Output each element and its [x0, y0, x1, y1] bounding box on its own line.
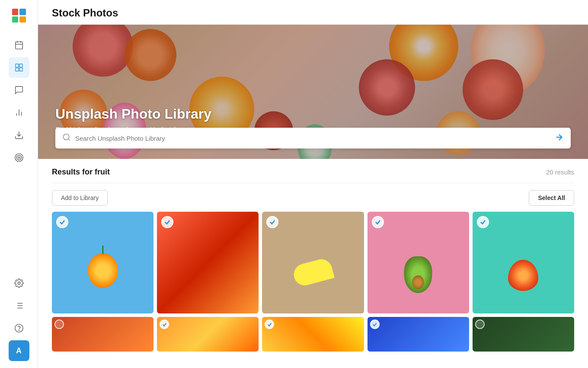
sidebar-item-downloads[interactable]	[9, 125, 29, 145]
sidebar-item-list[interactable]	[9, 295, 29, 316]
svg-point-13	[16, 155, 21, 160]
photo-checkbox[interactable]	[54, 320, 64, 329]
photo-item[interactable]	[368, 212, 469, 313]
photo-checkbox[interactable]	[265, 320, 274, 329]
user-avatar[interactable]: A	[9, 340, 29, 361]
photo-checkbox[interactable]	[475, 320, 485, 329]
search-bar[interactable]	[55, 128, 571, 148]
photo-item[interactable]	[368, 317, 469, 352]
photo-item[interactable]	[157, 317, 259, 352]
page-header: Stock Photos	[38, 0, 588, 25]
action-bar: Add to Library Select All	[52, 183, 574, 212]
svg-rect-7	[19, 68, 22, 71]
sidebar-nav	[9, 35, 29, 269]
hero-banner: Unsplash Photo Library Find high-quality…	[38, 25, 588, 159]
photo-checkbox[interactable]	[160, 320, 169, 329]
app-logo[interactable]	[10, 7, 28, 24]
sidebar: A	[0, 0, 38, 368]
sidebar-item-messages[interactable]	[9, 80, 29, 100]
photo-item[interactable]	[52, 317, 153, 352]
photo-checkbox[interactable]	[370, 320, 380, 329]
svg-rect-0	[15, 42, 22, 49]
sidebar-item-calendar[interactable]	[9, 35, 29, 55]
search-icon	[62, 133, 71, 143]
sidebar-item-settings[interactable]	[9, 273, 29, 294]
svg-point-22	[15, 324, 22, 332]
hero-title: Unsplash Photo Library	[55, 106, 211, 122]
svg-rect-6	[15, 68, 18, 71]
results-count: 20 results	[546, 168, 574, 176]
svg-point-14	[18, 157, 20, 158]
select-all-button[interactable]: Select All	[529, 190, 574, 206]
sidebar-item-targeting[interactable]	[9, 147, 29, 168]
photo-item[interactable]	[473, 212, 574, 313]
sidebar-bottom: A	[9, 273, 29, 361]
results-section: Results for fruit 20 results Add to Libr…	[38, 159, 588, 368]
search-submit-button[interactable]	[554, 132, 564, 144]
photo-item[interactable]	[52, 212, 153, 313]
svg-line-25	[68, 139, 70, 141]
photo-grid	[52, 212, 574, 313]
photo-item[interactable]	[262, 212, 364, 313]
svg-point-12	[15, 154, 22, 161]
photo-item[interactable]	[473, 317, 574, 352]
photo-checkbox[interactable]	[56, 216, 68, 228]
page-title: Stock Photos	[52, 7, 574, 19]
sidebar-item-help[interactable]	[9, 318, 29, 339]
svg-point-24	[64, 134, 69, 140]
svg-point-15	[18, 282, 20, 284]
add-to-library-button[interactable]: Add to Library	[52, 190, 108, 206]
photo-item[interactable]	[262, 317, 364, 352]
photo-checkbox[interactable]	[161, 216, 173, 228]
search-input[interactable]	[75, 135, 554, 142]
photo-item[interactable]	[157, 212, 259, 313]
photo-checkbox[interactable]	[477, 216, 489, 228]
photo-checkbox[interactable]	[372, 216, 384, 228]
sidebar-item-analytics[interactable]	[9, 102, 29, 123]
svg-rect-5	[19, 64, 22, 67]
results-query-label: Results for fruit	[52, 168, 110, 177]
main-content: Stock Photos Unsplash Photo Library	[38, 0, 588, 368]
svg-rect-4	[15, 64, 18, 67]
sidebar-item-media[interactable]	[9, 57, 29, 78]
results-header: Results for fruit 20 results	[52, 159, 574, 183]
photo-grid-row2	[52, 317, 574, 352]
